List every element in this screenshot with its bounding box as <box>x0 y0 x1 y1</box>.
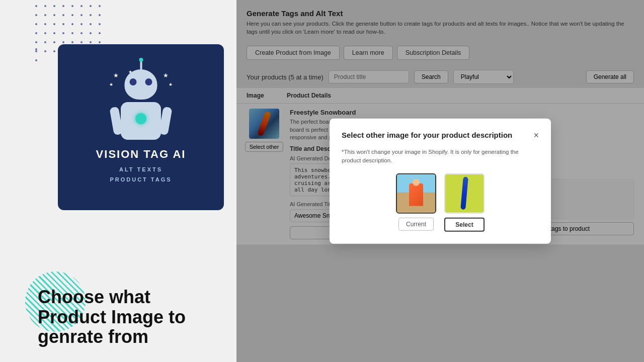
modal-image-item-2: Select <box>444 173 485 231</box>
brand-subtitle: ALT TEXTS PRODUCT TAGS <box>110 165 172 185</box>
star-4: ★ <box>169 82 173 87</box>
bottom-tagline: Choose what Product Image to genrate fro… <box>38 287 199 347</box>
modal-title: Select other image for your product desc… <box>342 131 512 139</box>
robot-eye-right <box>145 78 152 85</box>
image-select-modal: Select other image for your product desc… <box>330 119 551 244</box>
modal-images-container: Current Select <box>342 173 539 231</box>
robot-chest-light <box>135 113 146 124</box>
star-5: ★ <box>109 82 113 87</box>
robot-arm-left <box>109 107 123 135</box>
modal-image-1[interactable] <box>396 173 436 213</box>
star-3: ★ <box>163 72 169 79</box>
brand-card: ★ ★ ★ ★ ★ VISION TAG AI ALT TEXTS PRODUC… <box>58 44 224 210</box>
brand-title: VISION TAG AI <box>96 148 186 161</box>
robot-illustration: ★ ★ ★ ★ ★ <box>108 69 174 140</box>
left-panel: ★ ★ ★ ★ ★ VISION TAG AI ALT TEXTS PRODUC… <box>0 0 236 362</box>
image1-content <box>397 174 435 212</box>
modal-image-2[interactable] <box>444 173 485 213</box>
star-1: ★ <box>113 72 119 79</box>
main-content: Generate Tags and Alt Text Here you can … <box>236 0 644 362</box>
robot-head <box>125 69 157 100</box>
image2-content <box>445 174 484 212</box>
robot-body <box>121 102 161 140</box>
dot-accent-2 <box>35 59 37 61</box>
modal-note: *This won't change your image in Shopify… <box>342 148 539 165</box>
modal-image-item-1: Current <box>396 173 436 231</box>
robot-eye-left <box>130 78 137 85</box>
robot-antenna <box>140 60 142 70</box>
dot-accent-1 <box>35 48 37 50</box>
select-image-btn[interactable]: Select <box>444 217 484 231</box>
modal-header: Select other image for your product desc… <box>342 131 539 140</box>
current-image-btn[interactable]: Current <box>398 217 434 230</box>
robot-arm-right <box>158 107 172 135</box>
board-shape-2 <box>460 176 468 210</box>
modal-close-button[interactable]: × <box>533 131 539 140</box>
